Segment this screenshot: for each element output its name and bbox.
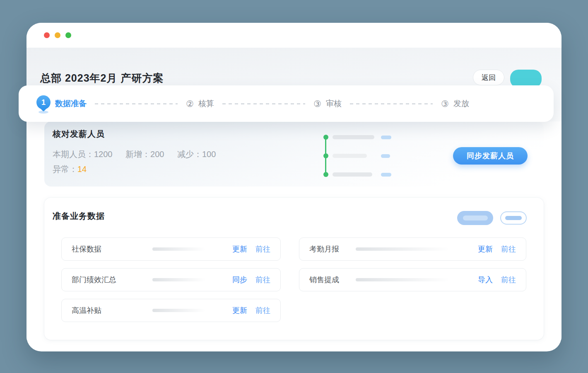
item-name: 高温补贴	[72, 305, 101, 315]
progress-bar	[152, 309, 205, 312]
goto-link[interactable]: 前往	[255, 244, 270, 254]
stepper-connector	[222, 103, 305, 104]
minimize-window-icon[interactable]	[55, 32, 60, 38]
stat-current-headcount: 本期人员：1200	[53, 150, 113, 159]
timeline-illustration	[323, 134, 398, 177]
step-distribution[interactable]: ③ 发放	[441, 98, 469, 109]
close-window-icon[interactable]	[44, 32, 50, 38]
step-number-icon: ②	[186, 99, 194, 108]
skeleton-chip	[381, 173, 391, 177]
item-name: 考勤月报	[309, 244, 339, 254]
step-label: 数据准备	[55, 98, 87, 109]
review-stats: 本期人员：1200 新增：200 减少：100	[53, 149, 227, 160]
goto-link[interactable]: 前往	[255, 305, 270, 315]
skeleton-inner-bar	[463, 216, 488, 220]
goto-link[interactable]: 前往	[501, 244, 516, 254]
prepare-card-title: 准备业务数据	[53, 211, 105, 222]
goto-link[interactable]: 前往	[501, 275, 516, 285]
step-review[interactable]: ③ 审核	[313, 98, 342, 109]
skeleton-bar	[333, 154, 367, 158]
item-name: 社保数据	[72, 244, 101, 254]
timeline-dot	[323, 153, 328, 158]
rows-right-column: 考勤月报 更新 前往 销售提成 导入 前往	[299, 237, 526, 322]
window-titlebar	[27, 23, 561, 48]
main-content: 核对发薪人员 本期人员：1200 新增：200 减少：100 异常：14	[27, 121, 561, 340]
prepare-business-data-card: 准备业务数据 社保数据 更新 前往 部门绩效汇总	[44, 198, 544, 340]
step-calculation[interactable]: ② 核算	[186, 98, 214, 109]
stepper-connector	[95, 103, 178, 104]
skeleton-filled-button[interactable]	[457, 211, 493, 225]
row-social-insurance: 社保数据 更新 前往	[61, 237, 281, 261]
step-number-icon: ③	[313, 99, 321, 108]
goto-link[interactable]: 前往	[255, 275, 270, 285]
import-link[interactable]: 导入	[478, 275, 493, 285]
item-name: 部门绩效汇总	[72, 275, 116, 285]
progress-bar	[356, 247, 449, 251]
update-link[interactable]: 更新	[478, 244, 493, 254]
process-stepper: 1 数据准备 ② 核算 ③ 审核 ③ 发放	[19, 85, 554, 122]
step-label: 发放	[453, 98, 469, 109]
progress-bar	[356, 278, 449, 281]
update-link[interactable]: 更新	[232, 305, 247, 315]
row-sales-commission: 销售提成 导入 前往	[299, 268, 526, 291]
skeleton-chip	[381, 154, 390, 158]
sync-link[interactable]: 同步	[232, 275, 247, 285]
step-number-icon: ③	[441, 99, 449, 108]
row-dept-performance: 部门绩效汇总 同步 前往	[61, 268, 281, 291]
progress-bar	[152, 278, 205, 281]
step-label: 审核	[326, 98, 342, 109]
stepper-connector	[350, 103, 433, 104]
step-data-preparation[interactable]: 1 数据准备	[36, 95, 87, 112]
skeleton-outline-button[interactable]	[500, 211, 527, 225]
back-button[interactable]: 返回	[473, 70, 504, 85]
update-link[interactable]: 更新	[232, 244, 247, 254]
data-item-rows: 社保数据 更新 前往 部门绩效汇总 同步 前往	[61, 237, 526, 322]
rows-left-column: 社保数据 更新 前往 部门绩效汇总 同步 前往	[61, 237, 281, 322]
timeline-dot	[323, 135, 328, 140]
active-step-pin-icon: 1	[36, 95, 51, 112]
review-card-title: 核对发薪人员	[53, 128, 105, 140]
app-window: 总部 2023年2月 产研方案 返回 核对发薪人员 本期人员：1200 新增：2…	[27, 23, 561, 351]
skeleton-chip	[381, 136, 391, 139]
row-heat-subsidy: 高温补贴 更新 前往	[61, 299, 281, 322]
maximize-window-icon[interactable]	[65, 32, 71, 38]
abnormal-count: 14	[77, 165, 87, 174]
item-name: 销售提成	[309, 275, 339, 285]
sync-payroll-staff-button[interactable]: 同步发薪人员	[453, 147, 528, 165]
page-title: 总部 2023年2月 产研方案	[40, 71, 164, 85]
timeline-dot	[323, 172, 328, 177]
stat-added: 新增：200	[125, 150, 164, 159]
stat-removed: 减少：100	[177, 150, 216, 159]
step-label: 核算	[198, 98, 214, 109]
skeleton-inner-bar	[505, 216, 522, 220]
row-attendance-report: 考勤月报 更新 前往	[299, 237, 526, 261]
payroll-review-card: 核对发薪人员 本期人员：1200 新增：200 减少：100 异常：14	[44, 121, 544, 186]
stat-abnormal: 异常：14	[53, 164, 87, 175]
progress-bar	[152, 247, 205, 251]
skeleton-bar	[333, 172, 372, 177]
skeleton-bar	[333, 135, 374, 139]
